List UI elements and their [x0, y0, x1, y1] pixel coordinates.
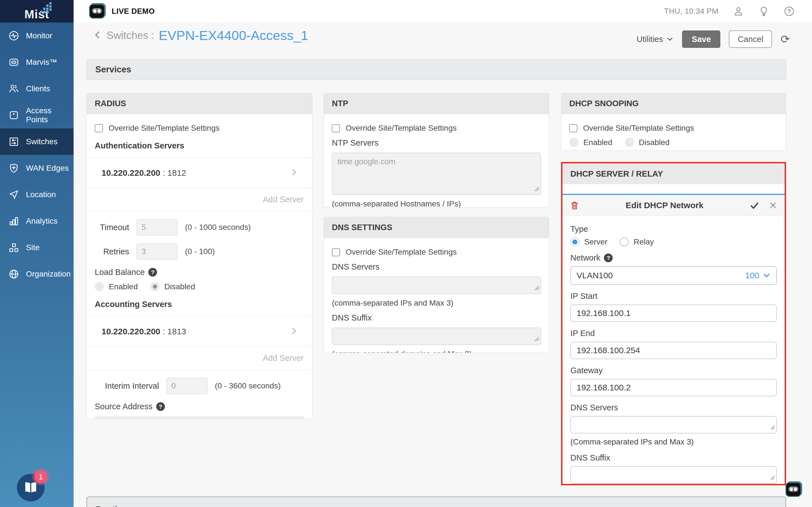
sidebar-item-access-points[interactable]: Access Points — [0, 102, 73, 128]
add-auth-server-button[interactable]: Add Server — [95, 188, 304, 211]
retries-hint: (0 - 100) — [185, 247, 215, 256]
interim-interval-input[interactable] — [166, 378, 207, 394]
resize-grip-icon[interactable] — [770, 425, 775, 431]
checkmark-icon — [750, 201, 759, 210]
resize-grip-icon[interactable] — [535, 187, 539, 192]
chevron-down-icon — [763, 272, 770, 279]
dns-suffix-hint: (comma-separated domains and Max 3) — [332, 349, 541, 353]
checkbox-icon[interactable] — [569, 124, 577, 132]
retries-input[interactable] — [137, 243, 177, 260]
ip-start-label: IP Start — [570, 291, 777, 301]
radio-icon[interactable] — [625, 138, 634, 147]
ip-start-input[interactable] — [570, 304, 777, 322]
services-section-header[interactable]: Services — [87, 59, 786, 80]
type-relay-radio[interactable]: Relay — [620, 237, 654, 246]
source-address-label-row: Source Address ? — [95, 402, 304, 411]
sidebar-item-site[interactable]: Site — [0, 234, 73, 261]
sidebar-item-analytics[interactable]: Analytics — [0, 208, 73, 234]
dhcp-dns-suffix-label: DNS Suffix — [570, 453, 777, 462]
radius-override-checkbox[interactable]: Override Site/Template Settings — [95, 124, 304, 133]
load-balance-label: Load Balance — [95, 268, 145, 277]
gateway-label: Gateway — [570, 366, 777, 375]
dns-suffix-textarea[interactable] — [332, 328, 541, 345]
resize-grip-icon[interactable] — [770, 475, 775, 481]
type-server-radio[interactable]: Server — [570, 237, 607, 246]
timeout-input[interactable] — [137, 219, 177, 235]
save-button[interactable]: Save — [682, 31, 720, 48]
load-balance-enabled-radio[interactable]: Enabled — [95, 282, 138, 291]
sidebar-item-monitor[interactable]: Monitor — [0, 22, 73, 49]
notification-badge: 1 — [35, 470, 47, 483]
ntp-servers-label: NTP Servers — [332, 138, 541, 148]
dhcp-snooping-header: DHCP SNOOPING — [561, 93, 786, 114]
sidebar-item-marvis[interactable]: Marvis™ — [0, 49, 73, 75]
checkbox-icon[interactable] — [332, 124, 340, 132]
dhcp-dns-suffix-textarea[interactable] — [570, 466, 777, 484]
access-points-icon — [8, 110, 19, 121]
documentation-fab[interactable]: 1 — [17, 474, 45, 501]
help-button[interactable]: ? — [784, 6, 795, 17]
auth-server-row[interactable]: 10.220.220.200 : 1812 — [95, 158, 304, 188]
radio-icon[interactable] — [620, 237, 629, 246]
radio-icon[interactable] — [569, 138, 578, 147]
sidebar-item-wan-edges[interactable]: WAN Edges — [0, 155, 73, 181]
add-acct-server-button[interactable]: Add Server — [95, 347, 304, 370]
acct-server-row[interactable]: 10.220.220.200 : 1813 — [95, 317, 304, 346]
routing-section-header[interactable]: Routing — [87, 497, 786, 507]
load-balance-disabled-radio[interactable]: Disabled — [150, 282, 195, 291]
radio-selected-icon[interactable] — [150, 282, 160, 291]
help-tooltip-icon[interactable]: ? — [604, 253, 613, 262]
topbar: LIVE DEMO THU, 10:34 PM ? — [73, 0, 812, 22]
dns-servers-textarea[interactable] — [332, 277, 541, 294]
ip-end-input[interactable] — [570, 342, 777, 359]
delete-network-button[interactable] — [570, 201, 579, 210]
mist-logo[interactable]: Mist — [0, 0, 73, 22]
radio-icon[interactable] — [95, 282, 104, 291]
organization-icon — [8, 269, 19, 279]
snooping-override-checkbox[interactable]: Override Site/Template Settings — [569, 124, 778, 133]
refresh-icon[interactable]: ⟳ — [780, 34, 790, 45]
edit-dhcp-network-card: Edit DHCP Network Type Server — [562, 194, 784, 485]
ntp-override-checkbox[interactable]: Override Site/Template Settings — [332, 124, 541, 133]
marvis-bot-logo-icon[interactable] — [89, 4, 105, 18]
breadcrumb[interactable]: Switches : — [107, 30, 154, 41]
ntp-servers-textarea[interactable] — [332, 153, 541, 195]
checkbox-icon[interactable] — [332, 248, 340, 256]
help-tooltip-icon[interactable]: ? — [148, 268, 157, 277]
radio-selected-icon[interactable] — [570, 237, 579, 246]
resize-grip-icon[interactable] — [535, 286, 539, 291]
source-address-select[interactable]: None — [95, 416, 304, 419]
chevron-down-icon — [666, 36, 673, 43]
chevron-left-icon — [93, 31, 102, 40]
confirm-edit-button[interactable] — [750, 201, 769, 210]
dns-override-checkbox[interactable]: Override Site/Template Settings — [332, 247, 541, 257]
sidebar-item-label: Marvis™ — [26, 58, 57, 67]
retries-row: Retries (0 - 100) — [95, 243, 304, 260]
dns-panel-header: DNS SETTINGS — [324, 217, 549, 238]
network-select[interactable]: VLAN100 100 — [570, 266, 777, 285]
whats-new-button[interactable] — [758, 6, 769, 17]
resize-grip-icon[interactable] — [535, 337, 539, 342]
close-edit-button[interactable] — [769, 201, 777, 210]
clock: THU, 10:34 PM — [664, 7, 718, 16]
gateway-input[interactable] — [570, 379, 777, 396]
sidebar-item-organization[interactable]: Organization — [0, 261, 73, 287]
utilities-dropdown[interactable]: Utilities — [637, 35, 673, 44]
marvis-robot-icon — [8, 57, 19, 68]
sidebar-item-label: WAN Edges — [26, 164, 68, 173]
marvis-chat-fab[interactable] — [785, 482, 801, 497]
dns-servers-label: DNS Servers — [332, 262, 541, 272]
dns-servers-hint: (comma-separated IPs and Max 3) — [332, 298, 541, 307]
sidebar-item-location[interactable]: Location — [0, 181, 73, 208]
help-tooltip-icon[interactable]: ? — [156, 402, 165, 411]
sidebar-item-clients[interactable]: Clients — [0, 75, 73, 102]
back-button[interactable] — [93, 31, 102, 41]
snooping-enabled-radio[interactable]: Enabled — [569, 138, 612, 147]
column-left: RADIUS Override Site/Template Settings A… — [87, 93, 312, 419]
account-button[interactable] — [733, 6, 744, 17]
sidebar-item-switches[interactable]: Switches — [0, 128, 73, 155]
snooping-disabled-radio[interactable]: Disabled — [625, 138, 670, 147]
cancel-button[interactable]: Cancel — [729, 31, 772, 48]
checkbox-icon[interactable] — [95, 124, 103, 132]
dhcp-dns-servers-textarea[interactable] — [570, 416, 777, 434]
